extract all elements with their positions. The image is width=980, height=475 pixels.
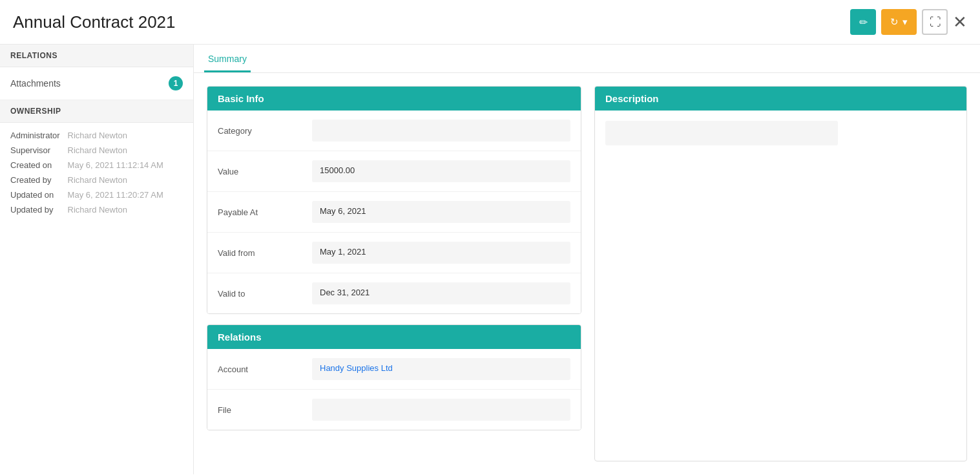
edit-icon: ✏: [859, 16, 868, 28]
ownership-key: Supervisor: [10, 145, 60, 155]
content-area: Summary Basic Info CategoryValue15000.00…: [194, 45, 980, 474]
sidebar: RELATIONS Attachments 1 OWNERSHIP Admini…: [0, 45, 194, 474]
attachments-label: Attachments: [10, 78, 61, 89]
close-button[interactable]: ✕: [953, 14, 967, 30]
field-value: Dec 31, 2021: [312, 282, 570, 304]
content-right: Description: [594, 86, 967, 461]
field-value: [312, 399, 570, 421]
expand-icon: ⛶: [930, 16, 940, 29]
basic-info-card: Basic Info CategoryValue15000.00Payable …: [207, 86, 581, 314]
dropdown-arrow-icon: ▾: [902, 16, 908, 28]
sync-button[interactable]: ↻ ▾: [881, 9, 917, 35]
main-layout: RELATIONS Attachments 1 OWNERSHIP Admini…: [0, 45, 980, 474]
field-value: 15000.00: [312, 160, 570, 182]
field-row: Category: [207, 111, 581, 151]
ownership-value: Richard Newton: [68, 205, 183, 215]
field-value[interactable]: Handy Supplies Ltd: [312, 358, 570, 380]
ownership-key: Updated on: [10, 190, 60, 200]
field-value: [312, 120, 570, 142]
basic-info-header: Basic Info: [207, 87, 581, 111]
tab-summary[interactable]: Summary: [204, 45, 251, 72]
field-row: Payable AtMay 6, 2021: [207, 192, 581, 233]
description-field: [605, 121, 838, 145]
ownership-value: Richard Newton: [68, 175, 183, 185]
ownership-key: Created on: [10, 160, 60, 170]
tabs-bar: Summary: [194, 45, 980, 73]
ownership-grid: AdministratorRichard NewtonSupervisorRic…: [0, 123, 193, 222]
page-header: Annual Contract 2021 ✏ ↻ ▾ ⛶ ✕: [0, 0, 980, 45]
relations-card: Relations AccountHandy Supplies LtdFile: [207, 324, 581, 430]
ownership-value: Richard Newton: [68, 131, 183, 140]
header-actions: ✏ ↻ ▾ ⛶ ✕: [850, 9, 967, 35]
field-label: File: [218, 405, 302, 415]
field-row: Value15000.00: [207, 151, 581, 192]
ownership-value: May 6, 2021 11:20:27 AM: [68, 190, 183, 200]
description-header: Description: [595, 87, 966, 111]
field-value: May 1, 2021: [312, 242, 570, 264]
field-label: Account: [218, 364, 302, 374]
content-columns: Basic Info CategoryValue15000.00Payable …: [194, 73, 980, 474]
expand-button[interactable]: ⛶: [922, 9, 948, 35]
relations-section-header: RELATIONS: [0, 45, 193, 67]
relations-body: AccountHandy Supplies LtdFile: [207, 349, 581, 430]
field-value: May 6, 2021: [312, 201, 570, 223]
attachments-badge: 1: [169, 76, 183, 90]
ownership-key: Updated by: [10, 205, 60, 215]
description-card: Description: [594, 86, 967, 461]
ownership-key: Created by: [10, 175, 60, 185]
relations-header: Relations: [207, 325, 581, 349]
basic-info-body: CategoryValue15000.00Payable AtMay 6, 20…: [207, 111, 581, 313]
field-row: File: [207, 390, 581, 430]
ownership-section-header: OWNERSHIP: [0, 100, 193, 123]
field-label: Category: [218, 126, 302, 136]
field-row: Valid fromMay 1, 2021: [207, 233, 581, 273]
edit-button[interactable]: ✏: [850, 9, 876, 35]
field-label: Valid from: [218, 248, 302, 258]
ownership-value: Richard Newton: [68, 145, 183, 155]
field-row: Valid toDec 31, 2021: [207, 273, 581, 313]
field-label: Payable At: [218, 207, 302, 217]
field-row: AccountHandy Supplies Ltd: [207, 349, 581, 390]
field-label: Valid to: [218, 289, 302, 299]
attachments-item[interactable]: Attachments 1: [0, 67, 193, 100]
content-left: Basic Info CategoryValue15000.00Payable …: [207, 86, 581, 461]
field-label: Value: [218, 167, 302, 176]
page-title: Annual Contract 2021: [13, 12, 176, 32]
ownership-key: Administrator: [10, 131, 60, 140]
description-body: [595, 111, 966, 162]
ownership-value: May 6, 2021 11:12:14 AM: [68, 160, 183, 170]
sync-icon: ↻: [890, 16, 899, 28]
close-icon: ✕: [953, 12, 967, 32]
